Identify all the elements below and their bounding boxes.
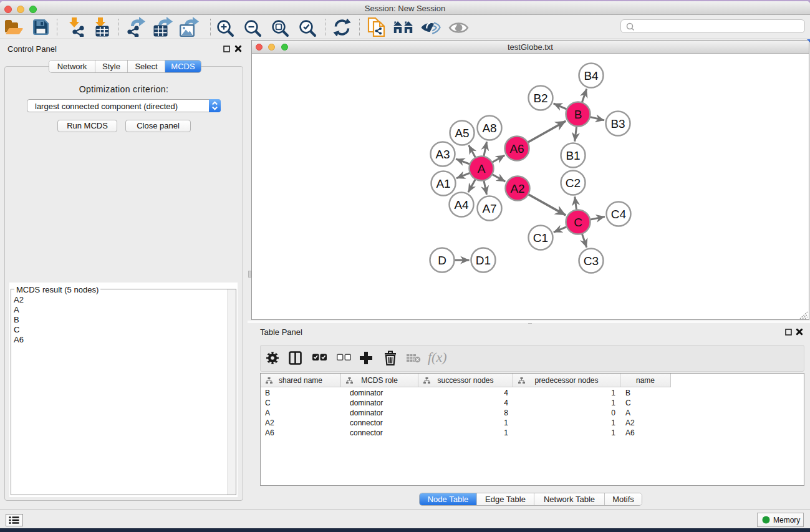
svg-text:A4: A4	[454, 198, 469, 211]
svg-text:C3: C3	[584, 254, 599, 268]
svg-text:A6: A6	[509, 142, 524, 155]
svg-text:B1: B1	[566, 149, 580, 162]
svg-text:D1: D1	[476, 254, 491, 267]
svg-text:A1: A1	[436, 177, 450, 190]
svg-text:B3: B3	[610, 117, 625, 130]
svg-text:A8: A8	[482, 122, 496, 135]
svg-text:A5: A5	[455, 127, 469, 140]
svg-text:A2: A2	[510, 182, 524, 195]
svg-text:A7: A7	[482, 202, 496, 215]
svg-text:B: B	[574, 108, 582, 121]
svg-text:A3: A3	[435, 148, 450, 161]
svg-text:C: C	[574, 216, 582, 229]
svg-text:B4: B4	[584, 69, 599, 82]
svg-text:C2: C2	[566, 177, 581, 190]
svg-text:D: D	[438, 254, 446, 267]
svg-text:C1: C1	[533, 231, 548, 244]
svg-text:B2: B2	[533, 92, 547, 105]
svg-text:C4: C4	[611, 208, 627, 221]
svg-text:A: A	[478, 162, 486, 175]
